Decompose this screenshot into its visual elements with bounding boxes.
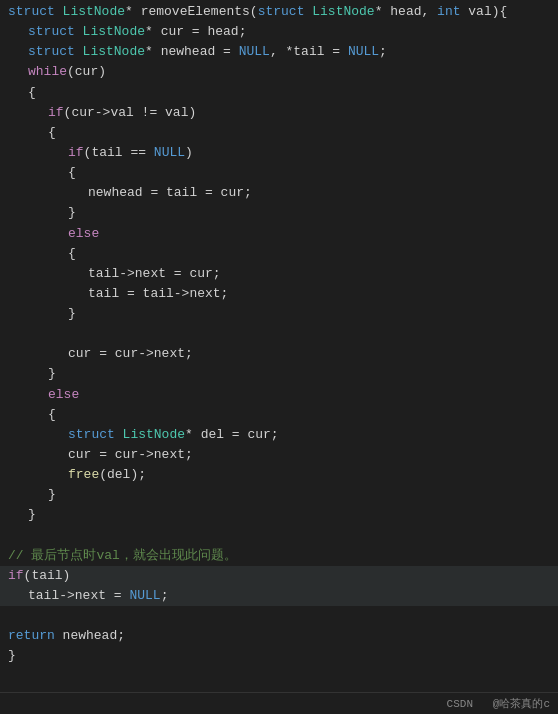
code-line: { xyxy=(0,244,558,264)
code-token: ListNode xyxy=(83,22,145,42)
code-token: { xyxy=(48,123,56,143)
bottom-bar: CSDN @哈茶真的c xyxy=(0,692,558,714)
code-token: } xyxy=(48,364,56,384)
code-token: if xyxy=(68,143,84,163)
code-token: { xyxy=(48,405,56,425)
code-line: if(cur->val != val) xyxy=(0,103,558,123)
code-line: { xyxy=(0,83,558,103)
code-line: tail->next = NULL; xyxy=(0,586,558,606)
code-token: NULL xyxy=(239,42,270,62)
code-line: newhead = tail = cur; xyxy=(0,183,558,203)
code-line: cur = cur->next; xyxy=(0,344,558,364)
code-line: } xyxy=(0,364,558,384)
code-token: int xyxy=(437,2,460,22)
code-line: if(tail == NULL) xyxy=(0,143,558,163)
code-container: struct ListNode* removeElements(struct L… xyxy=(0,0,558,714)
code-token: * del = cur; xyxy=(185,425,279,445)
code-line: struct ListNode* del = cur; xyxy=(0,425,558,445)
code-line xyxy=(0,324,558,344)
code-token: NULL xyxy=(348,42,379,62)
code-token: return xyxy=(8,626,55,646)
code-token: { xyxy=(68,163,76,183)
code-token: } xyxy=(68,203,76,223)
code-line: } xyxy=(0,646,558,666)
code-token: } xyxy=(8,646,16,666)
code-token: if xyxy=(8,566,24,586)
code-token: if xyxy=(48,103,64,123)
code-token: struct xyxy=(258,2,313,22)
code-token: * head, xyxy=(375,2,437,22)
code-token: } xyxy=(28,505,36,525)
code-token: (del); xyxy=(99,465,146,485)
code-line: struct ListNode* removeElements(struct L… xyxy=(0,2,558,22)
code-line: { xyxy=(0,123,558,143)
code-token: ListNode xyxy=(83,42,145,62)
code-token: struct xyxy=(8,2,63,22)
code-line: struct ListNode* newhead = NULL, *tail =… xyxy=(0,42,558,62)
code-token: (cur->val != val) xyxy=(64,103,197,123)
code-token: ; xyxy=(379,42,387,62)
code-token: * cur = head; xyxy=(145,22,246,42)
code-token: * newhead = xyxy=(145,42,239,62)
code-block: struct ListNode* removeElements(struct L… xyxy=(0,0,558,668)
code-token: tail->next = xyxy=(28,586,129,606)
code-line: else xyxy=(0,224,558,244)
code-token: ListNode xyxy=(312,2,374,22)
code-line: } xyxy=(0,304,558,324)
code-line: cur = cur->next; xyxy=(0,445,558,465)
code-token: { xyxy=(68,244,76,264)
code-line: // 最后节点时val，就会出现此问题。 xyxy=(0,546,558,566)
code-line: free(del); xyxy=(0,465,558,485)
code-token: ; xyxy=(161,586,169,606)
code-token: ListNode xyxy=(63,2,125,22)
code-line: } xyxy=(0,505,558,525)
code-line: if(tail) xyxy=(0,566,558,586)
platform-label: CSDN xyxy=(447,698,473,710)
code-line: tail->next = cur; xyxy=(0,264,558,284)
code-token: struct xyxy=(68,425,123,445)
code-line: } xyxy=(0,203,558,223)
code-line: { xyxy=(0,163,558,183)
code-token: free xyxy=(68,465,99,485)
code-line: } xyxy=(0,485,558,505)
code-token: else xyxy=(48,385,79,405)
code-token: // 最后节点时val，就会出现此问题。 xyxy=(8,546,237,566)
code-token: { xyxy=(28,83,36,103)
code-token: while xyxy=(28,62,67,82)
code-token: newhead = tail = cur; xyxy=(88,183,252,203)
code-token: } xyxy=(68,304,76,324)
code-token: tail->next = cur; xyxy=(88,264,221,284)
code-token: * removeElements( xyxy=(125,2,258,22)
code-token: (tail) xyxy=(24,566,71,586)
code-token: ListNode xyxy=(123,425,185,445)
code-line: { xyxy=(0,405,558,425)
code-token: newhead; xyxy=(55,626,125,646)
code-token: (cur) xyxy=(67,62,106,82)
code-token: val){ xyxy=(461,2,508,22)
code-token: else xyxy=(68,224,99,244)
code-token: cur = cur->next; xyxy=(68,445,193,465)
code-line: tail = tail->next; xyxy=(0,284,558,304)
code-token: ) xyxy=(185,143,193,163)
code-token: cur = cur->next; xyxy=(68,344,193,364)
code-token: (tail == xyxy=(84,143,154,163)
author-label: @哈茶真的c xyxy=(493,698,550,710)
code-token: } xyxy=(48,485,56,505)
code-line xyxy=(0,526,558,546)
watermark: CSDN @哈茶真的c xyxy=(447,696,550,711)
code-token: tail = tail->next; xyxy=(88,284,228,304)
code-line: else xyxy=(0,385,558,405)
code-token: NULL xyxy=(129,586,160,606)
code-line: return newhead; xyxy=(0,626,558,646)
code-line: struct ListNode* cur = head; xyxy=(0,22,558,42)
code-token: NULL xyxy=(154,143,185,163)
code-line: while(cur) xyxy=(0,62,558,82)
code-line xyxy=(0,606,558,626)
code-token: struct xyxy=(28,42,83,62)
code-token: , *tail = xyxy=(270,42,348,62)
code-token: struct xyxy=(28,22,83,42)
